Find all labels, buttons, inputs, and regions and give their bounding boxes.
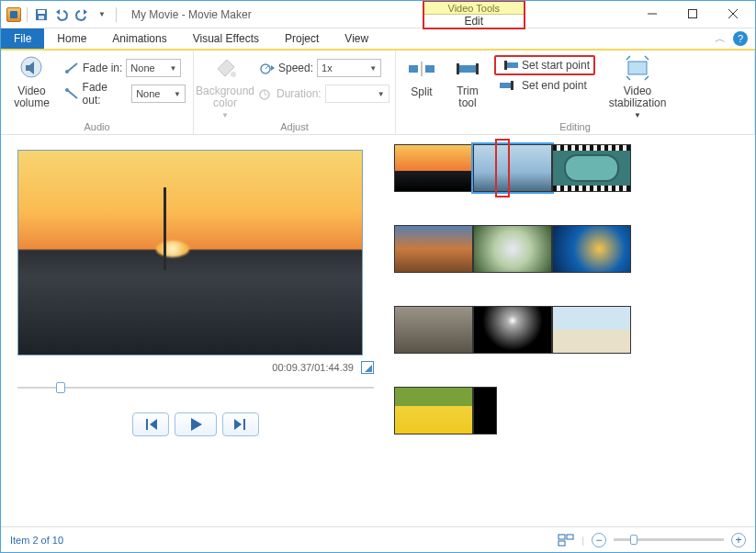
background-color-button[interactable]: Background color▼ <box>201 54 249 119</box>
svg-rect-21 <box>500 83 511 88</box>
window-title: My Movie - Movie Maker <box>124 8 252 21</box>
trim-icon <box>453 54 482 84</box>
tab-project[interactable]: Project <box>272 28 332 49</box>
svg-rect-28 <box>559 541 565 546</box>
svg-rect-24 <box>146 419 148 430</box>
contextual-tab-group: Video Tools Edit <box>423 0 525 29</box>
duration-dropdown: ▼ <box>325 85 389 103</box>
clip-thumbnail[interactable] <box>552 225 631 273</box>
svg-rect-22 <box>511 81 513 90</box>
tab-file[interactable]: File <box>1 28 44 49</box>
tab-view[interactable]: View <box>332 28 381 49</box>
clip-thumbnail[interactable] <box>394 387 473 434</box>
tab-edit[interactable]: Edit <box>433 15 514 28</box>
preview-pane: 00:09.37/01:44.39 <box>1 135 387 517</box>
svg-rect-18 <box>476 63 479 74</box>
svg-rect-4 <box>689 10 697 18</box>
split-button[interactable]: Split <box>403 54 440 98</box>
tab-animations[interactable]: Animations <box>99 28 179 49</box>
quick-access-toolbar: ▼ <box>1 6 124 23</box>
storyboard[interactable] <box>387 135 755 517</box>
svg-rect-27 <box>567 535 573 539</box>
svg-rect-16 <box>458 65 477 73</box>
clip-thumbnail[interactable] <box>394 144 473 192</box>
speed-icon <box>258 62 275 74</box>
clip-thumbnail[interactable] <box>394 225 473 273</box>
svg-rect-26 <box>559 535 565 539</box>
title-bar: ▼ My Movie - Movie Maker Video Tools Edi… <box>1 1 755 28</box>
next-frame-button[interactable] <box>222 412 259 436</box>
bucket-icon <box>210 54 240 84</box>
svg-point-10 <box>231 72 236 77</box>
help-icon[interactable]: ? <box>733 31 748 46</box>
play-button[interactable] <box>175 412 217 436</box>
workspace: 00:09.37/01:44.39 <box>1 135 755 517</box>
speed-label: Speed: <box>278 62 313 74</box>
clip-thumbnail[interactable] <box>473 225 552 273</box>
collapse-ribbon-icon[interactable]: ︿ <box>715 31 726 47</box>
svg-rect-2 <box>39 16 44 19</box>
seek-bar[interactable] <box>17 379 374 396</box>
clip-title[interactable] <box>552 144 631 192</box>
svg-rect-13 <box>409 65 418 73</box>
svg-rect-14 <box>425 65 434 73</box>
svg-rect-19 <box>507 62 518 68</box>
set-end-icon <box>500 79 518 92</box>
trim-tool-button[interactable]: Trim tool <box>449 54 486 109</box>
svg-rect-25 <box>243 419 245 430</box>
fade-in-dropdown[interactable]: None▼ <box>126 59 181 77</box>
fullscreen-icon[interactable] <box>361 361 374 374</box>
clip-thumbnail[interactable] <box>552 306 631 354</box>
fade-out-dropdown[interactable]: None▼ <box>131 85 186 103</box>
svg-rect-20 <box>504 61 507 70</box>
minimize-button[interactable] <box>632 1 672 27</box>
group-label-audio: Audio <box>8 119 186 132</box>
maximize-button[interactable] <box>672 1 713 27</box>
undo-icon[interactable] <box>53 6 70 23</box>
set-end-point-button[interactable]: Set end point <box>495 76 594 95</box>
qat-dropdown-icon[interactable]: ▼ <box>94 6 110 23</box>
app-icon <box>6 7 21 22</box>
fade-in-label: Fade in: <box>83 62 122 74</box>
svg-rect-1 <box>38 10 45 14</box>
tab-home[interactable]: Home <box>44 28 99 49</box>
time-display: 00:09.37/01:44.39 <box>272 362 354 373</box>
video-volume-button[interactable]: Video volume <box>8 54 55 109</box>
speaker-icon <box>17 54 46 84</box>
zoom-slider[interactable] <box>614 538 724 541</box>
clip-thumbnail[interactable] <box>394 306 473 354</box>
preview-monitor[interactable] <box>17 150 363 356</box>
duration-icon <box>258 87 273 100</box>
video-stabilization-button[interactable]: Video stabilization▼ <box>604 54 671 119</box>
status-bar: Item 2 of 10 | − + <box>1 526 755 552</box>
view-mode-icon[interactable] <box>558 533 574 547</box>
save-icon[interactable] <box>33 6 50 23</box>
svg-point-8 <box>65 70 69 73</box>
set-start-point-button[interactable]: Set start point <box>494 55 595 75</box>
split-icon <box>407 54 436 84</box>
zoom-out-button[interactable]: − <box>592 533 606 547</box>
svg-rect-17 <box>457 63 459 74</box>
group-label-editing: Editing <box>403 119 747 132</box>
zoom-in-button[interactable]: + <box>731 533 746 547</box>
tab-visual-effects[interactable]: Visual Effects <box>180 28 272 49</box>
status-item-count: Item 2 of 10 <box>10 535 63 546</box>
prev-frame-button[interactable] <box>132 412 169 436</box>
stabilization-icon <box>623 54 652 84</box>
clip-thumbnail[interactable] <box>473 306 552 354</box>
duration-label: Duration: <box>276 87 322 100</box>
clip-thumbnail[interactable] <box>473 144 552 192</box>
fade-out-label: Fade out: <box>83 81 129 107</box>
fade-out-icon <box>64 87 79 100</box>
speed-dropdown[interactable]: 1x▼ <box>317 59 381 77</box>
redo-icon[interactable] <box>73 6 90 23</box>
ribbon: Video volume Fade in: None▼ Fade out: No… <box>1 51 755 135</box>
fade-in-icon <box>64 62 79 74</box>
svg-point-9 <box>65 88 69 92</box>
ribbon-tabs: File Home Animations Visual Effects Proj… <box>1 28 755 51</box>
set-start-icon <box>500 59 518 72</box>
clip-thumbnail[interactable] <box>473 387 497 434</box>
close-button[interactable] <box>713 1 753 27</box>
group-label-adjust: Adjust <box>201 119 388 132</box>
svg-rect-23 <box>628 62 647 74</box>
